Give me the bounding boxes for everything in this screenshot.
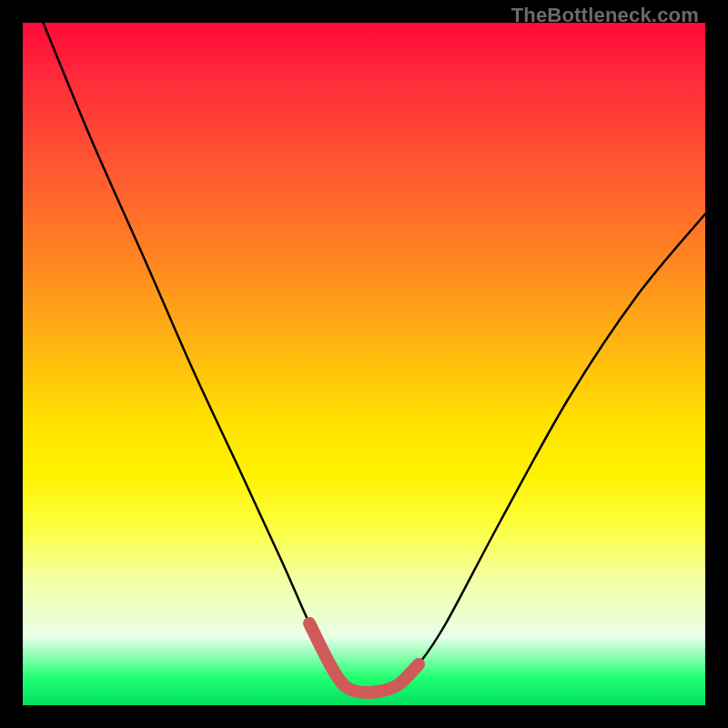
- chart-svg: [23, 23, 705, 705]
- watermark-text: TheBottleneck.com: [511, 4, 699, 27]
- highlight-path: [309, 623, 419, 693]
- chart-container: TheBottleneck.com: [0, 0, 728, 728]
- plot-area: [23, 23, 705, 705]
- curve-path: [44, 23, 706, 693]
